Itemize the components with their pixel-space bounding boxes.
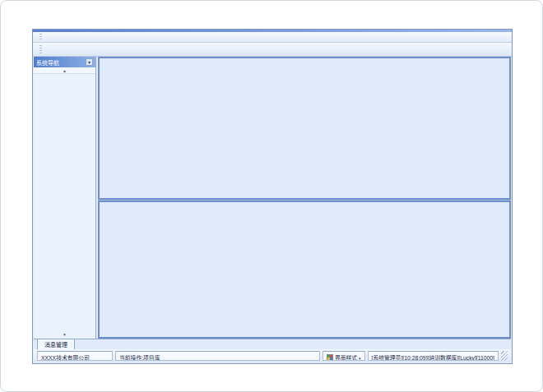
current-operation-label: 当前操作:项目库 [115,351,320,361]
sidebar: 系统导航 ▾ ▲ ▼ [34,57,96,339]
session-info: [系统管理员][10:28:09][培训数据库][Lucky][11000] [368,351,499,361]
sidebar-scroll-up[interactable]: ▲ [34,67,95,74]
mdi-area [98,57,511,339]
screenshot-frame: 系统导航 ▾ ▲ ▼ 消息管理 XXXX技术有限公司 当前操作:项目库 界面样式… [0,0,543,392]
interface-style-button[interactable]: 界面样式 ▾ [323,351,365,361]
sidebar-overflow-button[interactable]: ▼ [34,331,95,339]
style-palette-icon [327,354,333,361]
message-tab-row: 消息管理 [34,339,511,349]
sidebar-body [34,74,95,331]
chevron-down-icon: ▾ [359,356,361,361]
main-region: 系统导航 ▾ ▲ ▼ [34,57,511,339]
gantt-panel [98,57,511,200]
menu-bar [33,32,512,43]
status-bar: XXXX技术有限公司 当前操作:项目库 界面样式 ▾ [系统管理员][10:28… [34,349,511,362]
pin-icon[interactable]: ▾ [86,58,93,66]
app-window: 系统导航 ▾ ▲ ▼ 消息管理 XXXX技术有限公司 当前操作:项目库 界面样式… [32,29,513,364]
main-toolbar [33,43,512,57]
sidebar-title: 系统导航 [36,58,59,67]
company-label: XXXX技术有限公司 [37,351,113,361]
resize-grip[interactable] [501,351,508,361]
table-panel [98,201,511,339]
sidebar-header: 系统导航 ▾ [34,57,95,67]
